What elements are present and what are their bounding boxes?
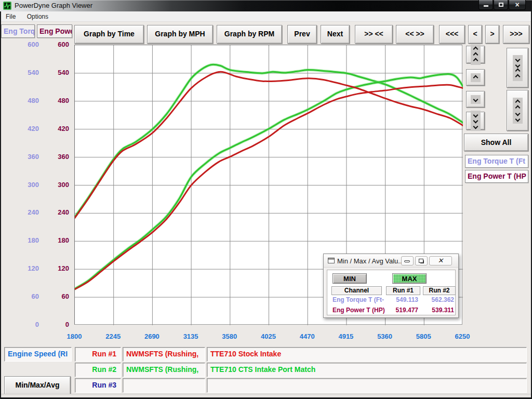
power-axis-tick-420: 420	[46, 125, 69, 133]
power-axis-tick-480: 480	[46, 97, 69, 105]
title-bar[interactable]: PowerDyne Graph Viewer ×	[0, 0, 532, 11]
column-header-run2: Run #2	[423, 286, 456, 295]
torque-axis-tick-600: 600	[16, 41, 39, 49]
toolbar-button-[interactable]: <<<	[439, 25, 465, 44]
run3-name-field[interactable]	[123, 378, 205, 393]
window-frame-left	[0, 11, 1, 399]
app-icon	[3, 2, 11, 10]
max-toggle-button[interactable]: MAX	[392, 273, 427, 284]
table-row-torque: Eng Torque T (Ft- 549.113 562.362	[327, 296, 455, 305]
torque-axis-tick-240: 240	[16, 208, 39, 217]
zoom-collapse-button[interactable]	[507, 48, 528, 88]
power-axis-tick-0: 0	[46, 321, 69, 329]
minmax-dialog-title: Min / Max / Avg Valu...	[337, 257, 404, 265]
run2-desc-field[interactable]: TTE710 CTS Intake Port Match	[207, 363, 527, 377]
menu-file[interactable]: File	[1, 11, 20, 22]
torque-axis-tick-0: 0	[16, 321, 39, 329]
engine-speed-field[interactable]: Engine Speed (RI	[4, 347, 72, 362]
powerdyne-window: PowerDyne Graph Viewer × File Options En…	[0, 0, 532, 399]
torque-axis-tick-540: 540	[16, 69, 39, 77]
scroll-upupup-button-0[interactable]	[466, 46, 485, 63]
column-header-channel: Channel	[331, 286, 382, 295]
zoom-collapse-button-icon	[513, 55, 523, 81]
scroll-downdowndown-button-3-icon	[471, 111, 481, 131]
torque-run1-value: 549.113	[382, 296, 418, 303]
rpm-axis-tick-3135: 3135	[175, 332, 206, 341]
run1-desc-field[interactable]: TTE710 Stock Intake	[207, 347, 527, 362]
rpm-axis-tick-2245: 2245	[98, 332, 129, 341]
dialog-minimize-button[interactable]	[401, 256, 414, 265]
rpm-axis-tick-4915: 4915	[330, 332, 362, 341]
dialog-close-button[interactable]: ✕	[429, 256, 452, 265]
run1-name-field[interactable]: NWMSFTS (Rushing,	[123, 347, 205, 362]
menu-options[interactable]: Options	[22, 11, 53, 22]
min-toggle-button[interactable]: MIN	[332, 273, 367, 284]
toolbar-button-[interactable]: >>>	[503, 25, 529, 44]
power-run1-value: 519.477	[382, 307, 418, 314]
zoom-expand-button-icon	[513, 98, 523, 124]
rpm-axis-tick-4025: 4025	[253, 332, 284, 341]
torque-axis-tick-180: 180	[16, 236, 39, 245]
rpm-axis-tick-1800: 1800	[59, 332, 90, 341]
scroll-upupup-button-0-icon	[471, 45, 481, 65]
rpm-axis-tick-3580: 3580	[214, 332, 245, 341]
close-button[interactable]: ×	[509, 0, 526, 10]
minmaxavg-button[interactable]: Min/Max/Avg	[4, 376, 71, 395]
rpm-axis-tick-5360: 5360	[369, 332, 401, 341]
maximize-button[interactable]	[494, 0, 508, 10]
maximize-icon	[499, 3, 503, 7]
tab-eng-torque[interactable]: Eng Torque T (Ft-	[1, 24, 35, 38]
toolbar-button-graph-by-rpm[interactable]: Graph by RPM	[217, 25, 282, 44]
dialog-restore-button[interactable]	[415, 256, 428, 265]
run2-name-field[interactable]: NWMSFTS (Rushing,	[123, 363, 205, 377]
toolbar-button-[interactable]: >	[485, 25, 499, 44]
toolbar-button-[interactable]: >> <<	[355, 25, 393, 44]
run1-label-field[interactable]: Run #1	[75, 347, 121, 362]
minmax-dialog-titlebar[interactable]: Min / Max / Avg Valu... ✕	[324, 254, 458, 268]
menu-bar: File Options	[1, 11, 531, 22]
dialog-restore-icon	[419, 259, 423, 263]
toolbar-button-[interactable]: << >>	[396, 25, 434, 44]
power-axis-tick-240: 240	[46, 208, 69, 217]
toolbar-button-[interactable]: <	[468, 25, 482, 44]
column-header-run1: Run #1	[386, 286, 420, 295]
torque-axis-tick-420: 420	[16, 125, 39, 133]
scroll-down-button-2-icon	[471, 95, 481, 104]
zoom-expand-button[interactable]	[507, 90, 528, 131]
run3-label-field[interactable]: Run #3	[75, 378, 121, 393]
torque-axis-tick-360: 360	[16, 153, 39, 161]
power-axis-tick-300: 300	[46, 181, 69, 189]
power-run2-value: 539.311	[419, 307, 454, 314]
run3-desc-field[interactable]	[207, 378, 527, 393]
torque-axis-tick-480: 480	[16, 97, 39, 105]
power-axis-tick-180: 180	[46, 236, 69, 245]
form-icon	[328, 258, 335, 263]
channel-label-torque[interactable]: Eng Torque T (Ft	[465, 155, 528, 168]
rpm-axis-tick-4470: 4470	[291, 332, 323, 341]
scroll-downdowndown-button-3[interactable]	[466, 112, 485, 130]
table-row-power: Eng Power T (HP) 519.477 539.311	[327, 307, 455, 316]
minimize-button[interactable]	[478, 0, 493, 10]
main-content: Eng Torque T (Ft- Eng Power T (HP) Graph…	[0, 22, 532, 399]
minimize-icon	[484, 5, 488, 7]
tab-eng-power[interactable]: Eng Power T (HP)	[37, 24, 72, 38]
minmax-dialog[interactable]: Min / Max / Avg Valu... ✕ MIN MAX Channe…	[323, 254, 459, 318]
toolbar-button-next[interactable]: Next	[321, 25, 350, 44]
toolbar-button-graph-by-time[interactable]: Graph by Time	[74, 25, 144, 44]
toolbar-button-prev[interactable]: Prev	[287, 25, 317, 44]
power-axis-tick-60: 60	[46, 292, 69, 301]
run2-label-field[interactable]: Run #2	[75, 363, 121, 377]
rpm-axis-tick-2690: 2690	[136, 332, 167, 341]
torque-axis-tick-60: 60	[16, 292, 39, 301]
scroll-up-button-1-icon	[471, 73, 481, 82]
toolbar-button-graph-by-mph[interactable]: Graph by MPH	[147, 25, 213, 44]
torque-axis-tick-300: 300	[16, 181, 39, 189]
scroll-up-button-1[interactable]	[466, 69, 485, 86]
torque-axis-tick-120: 120	[16, 264, 39, 273]
scroll-down-button-2[interactable]	[466, 91, 485, 108]
power-axis-tick-540: 540	[46, 69, 69, 77]
channel-label-power[interactable]: Eng Power T (HP	[465, 170, 528, 183]
close-icon: ×	[509, 1, 525, 9]
power-axis-tick-120: 120	[46, 264, 69, 273]
show-all-button[interactable]: Show All	[464, 134, 528, 151]
